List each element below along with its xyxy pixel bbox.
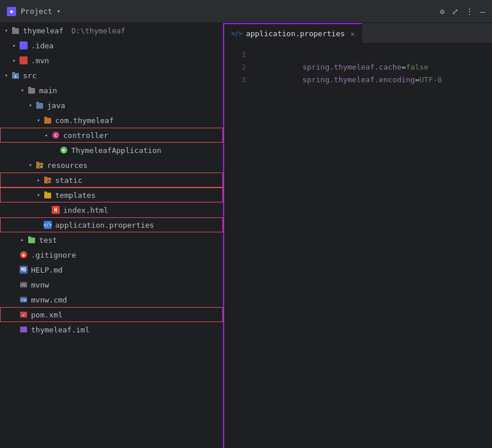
static-arrow xyxy=(34,177,43,183)
sidebar-item-index[interactable]: H index.html xyxy=(0,202,223,217)
svg-rect-21 xyxy=(44,193,51,198)
sidebar-item-mvn[interactable]: .mvn xyxy=(0,53,223,68)
svg-rect-6 xyxy=(28,87,31,89)
sidebar-item-java[interactable]: java xyxy=(0,98,223,113)
main-label: main xyxy=(39,86,57,95)
sidebar-item-src[interactable]: s src xyxy=(0,68,223,83)
gitignore-label: .gitignore xyxy=(31,251,76,259)
sidebar-item-main[interactable]: main xyxy=(0,83,223,98)
sidebar: thymeleaf D:\thymeleaf .idea .mvn xyxy=(0,23,224,448)
sidebar-item-iml[interactable]: thymeleaf.iml xyxy=(0,322,223,337)
mvnw-label: mvnw xyxy=(31,281,49,289)
controller-arrow xyxy=(43,132,51,138)
sidebar-item-pomxml[interactable]: ✔ pom.xml xyxy=(0,307,223,322)
helpmd-icon: MD xyxy=(18,265,29,275)
svg-rect-24 xyxy=(28,236,31,238)
sidebar-item-templates[interactable]: templates xyxy=(0,187,223,202)
templates-label: templates xyxy=(55,191,95,200)
editor-content: 1 2 3 spring.thymeleaf.cache=false sprin… xyxy=(224,44,492,448)
mvnwcmd-label: mvnw.cmd xyxy=(31,296,67,304)
static-label: static xyxy=(55,176,82,185)
minimize-icon[interactable]: — xyxy=(481,7,485,16)
svg-text:s: s xyxy=(14,74,17,79)
settings-icon[interactable]: ⊙ xyxy=(440,7,444,16)
idea-icon xyxy=(18,40,29,51)
src-arrow xyxy=(2,72,10,78)
root-label: thymeleaf D:\thymeleaf xyxy=(23,26,125,35)
title-bar: ◆ Project ▾ ⊙ ⤢ ⋮ — xyxy=(0,0,492,23)
expand-icon[interactable]: ⤢ xyxy=(452,7,459,16)
java-label: java xyxy=(47,101,65,110)
index-label: index.html xyxy=(63,206,108,215)
svg-rect-33 xyxy=(20,327,27,332)
sidebar-item-app[interactable]: ♣ ThymeleafApplication xyxy=(0,143,223,158)
line-number-2: 2 xyxy=(224,61,246,74)
root-arrow xyxy=(2,28,10,33)
java-arrow xyxy=(26,102,34,108)
svg-text:✔: ✔ xyxy=(22,313,25,317)
sidebar-item-resources[interactable]: resources xyxy=(0,158,223,173)
sidebar-item-test[interactable]: test xyxy=(0,232,223,247)
project-label: Project xyxy=(21,7,52,16)
editor-area: </> application.properties ✕ 1 2 3 sprin… xyxy=(224,23,492,448)
code-editor[interactable]: spring.thymeleaf.cache=false spring.thym… xyxy=(253,44,492,448)
sidebar-item-package[interactable]: com.thymeleaf xyxy=(0,113,223,128)
index-icon: H xyxy=(51,205,61,215)
properties-label: application.properties xyxy=(55,221,154,229)
helpmd-label: HELP.md xyxy=(31,266,63,274)
svg-text:[M]: [M] xyxy=(20,283,28,288)
package-arrow xyxy=(34,117,43,123)
svg-rect-8 xyxy=(36,102,39,104)
templates-icon xyxy=(43,190,53,200)
sidebar-item-helpmd[interactable]: MD HELP.md xyxy=(0,262,223,277)
java-icon xyxy=(34,100,45,110)
window-controls: ⊙ ⤢ ⋮ — xyxy=(440,7,485,16)
controller-label: controller xyxy=(63,131,108,140)
svg-rect-7 xyxy=(36,103,43,109)
sidebar-root[interactable]: thymeleaf D:\thymeleaf xyxy=(0,23,223,38)
app-icon: ♣ xyxy=(59,145,69,155)
line-numbers: 1 2 3 xyxy=(224,44,253,448)
tab-close-button[interactable]: ✕ xyxy=(351,30,355,38)
svg-text:♣: ♣ xyxy=(63,148,66,153)
svg-rect-3 xyxy=(12,72,15,74)
main-layout: thymeleaf D:\thymeleaf .idea .mvn xyxy=(0,23,492,448)
src-label: src xyxy=(23,71,36,80)
svg-point-20 xyxy=(48,180,51,183)
main-arrow xyxy=(18,87,26,93)
static-icon xyxy=(43,175,53,185)
sidebar-item-properties[interactable]: </> application.properties xyxy=(0,217,223,232)
svg-rect-23 xyxy=(28,238,35,243)
code-line-1: spring.thymeleaf.cache=false xyxy=(257,48,492,61)
iml-icon xyxy=(18,324,29,335)
more-icon[interactable]: ⋮ xyxy=(466,7,474,16)
sidebar-item-gitignore[interactable]: ◆ .gitignore xyxy=(0,247,223,262)
svg-text:C: C xyxy=(55,133,57,138)
mvnwcmd-icon: CMD xyxy=(18,294,29,305)
templates-arrow xyxy=(34,192,43,198)
src-icon: s xyxy=(10,70,21,81)
svg-rect-1 xyxy=(12,27,15,29)
project-arrow[interactable]: ▾ xyxy=(57,7,61,15)
sidebar-item-mvnwcmd[interactable]: CMD mvnw.cmd xyxy=(0,292,223,307)
resources-icon xyxy=(34,160,45,170)
sidebar-item-static[interactable]: static xyxy=(0,173,223,187)
pomxml-label: pom.xml xyxy=(31,311,63,319)
svg-rect-9 xyxy=(44,118,51,124)
idea-arrow xyxy=(10,43,18,48)
tab-application-properties[interactable]: </> application.properties ✕ xyxy=(224,23,362,43)
sidebar-item-idea[interactable]: .idea xyxy=(0,38,223,53)
tab-name: application.properties xyxy=(246,29,345,38)
line-number-3: 3 xyxy=(224,74,246,86)
project-icon: ◆ xyxy=(7,7,16,16)
svg-rect-22 xyxy=(44,192,47,193)
main-icon xyxy=(26,85,37,95)
svg-text:◆: ◆ xyxy=(22,252,25,258)
svg-rect-5 xyxy=(28,88,35,94)
svg-rect-19 xyxy=(44,177,47,178)
gitignore-icon: ◆ xyxy=(18,250,29,260)
app-label: ThymeleafApplication xyxy=(71,146,162,155)
package-label: com.thymeleaf xyxy=(55,116,114,125)
sidebar-item-mvnw[interactable]: [M] mvnw xyxy=(0,277,223,292)
sidebar-item-controller[interactable]: C controller xyxy=(0,128,223,143)
